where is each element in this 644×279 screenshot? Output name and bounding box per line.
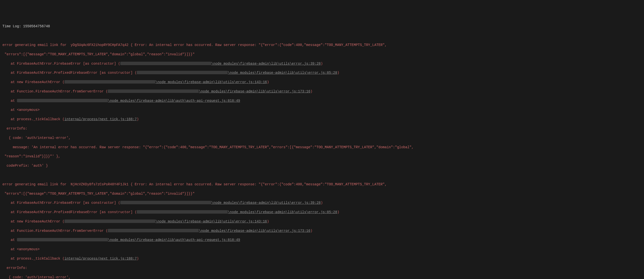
file-link[interactable]: internal/process/next_tick.js:188:7 [64, 117, 137, 121]
error-info-code: { code: 'auth/internal-error', [2, 136, 642, 140]
redacted-path-icon [17, 238, 108, 242]
stack-frame: at FirebaseAuthError.PrefixedFirebaseErr… [2, 70, 642, 75]
stack-frame: at process._tickCallback (internal/proce… [2, 256, 642, 261]
file-link[interactable]: \node_modules\firebase-admin\lib\utils\e… [156, 80, 267, 84]
file-link[interactable]: \node_modules\firebase-admin\lib\utils\e… [156, 220, 267, 224]
redacted-path-icon [137, 71, 228, 74]
error-info-code: { code: 'auth/internal-error', [2, 275, 642, 279]
stack-frame: at <anonymous> [2, 247, 642, 252]
file-link[interactable]: \node_modules\firebase-admin\lib\utils\e… [211, 62, 321, 66]
stack-frame: at new FirebaseAuthError (\node_modules\… [2, 80, 642, 84]
error-info-header: errorInfo: [2, 266, 642, 270]
redacted-path-icon [64, 80, 156, 84]
stack-frame: at FirebaseAuthError.PrefixedFirebaseErr… [2, 210, 642, 214]
stack-frame: at <anonymous> [2, 108, 642, 112]
stack-frame: at FirebaseAuthError.FirebaseError [as c… [2, 200, 642, 205]
file-link[interactable]: \node_modules\firebase-admin\lib\utils\e… [228, 210, 337, 214]
error-code-prefix: codePrefix: 'auth' } [2, 164, 642, 168]
redacted-path-icon [108, 90, 199, 93]
error-info-header: errorInfo: [2, 126, 642, 131]
redacted-path-icon [17, 99, 108, 102]
file-link[interactable]: \node_modules\firebase-admin\lib\utils\e… [199, 229, 310, 233]
redacted-path-icon [108, 229, 199, 232]
error-header-cont: "errors":[{"message":"TOO_MANY_ATTEMPTS_… [2, 192, 642, 196]
time-log-line: Time Log: 1550564756748 [2, 24, 642, 29]
file-link[interactable]: \node_modules\firebase-admin\lib\auth\au… [108, 238, 240, 242]
stack-frame: at FirebaseAuthError.FirebaseError [as c… [2, 62, 642, 66]
console-output[interactable]: Time Log: 1550564756748 error generating… [2, 20, 642, 279]
stack-frame: at \node_modules\firebase-admin\lib\auth… [2, 98, 642, 103]
error-header-cont: "errors":[{"message":"TOO_MANY_ATTEMPTS_… [2, 52, 642, 57]
file-link[interactable]: \node_modules\firebase-admin\lib\auth\au… [108, 99, 240, 103]
file-link[interactable]: \node_modules\firebase-admin\lib\utils\e… [199, 90, 310, 94]
redacted-path-icon [137, 210, 228, 214]
stack-frame: at Function.FirebaseAuthError.fromServer… [2, 228, 642, 233]
error-header: error generating email link for NjHcVZKD… [2, 182, 642, 187]
error-info-message: message: 'An internal error has occurred… [2, 145, 642, 150]
file-link[interactable]: \node_modules\firebase-admin\lib\utils\e… [228, 71, 337, 75]
error-header: error generating email link for yDgSUqAc… [2, 43, 642, 48]
redacted-path-icon [64, 220, 156, 223]
redacted-path-icon [120, 201, 211, 204]
error-info-message-cont: "reason":"invalid"}]}}"' }, [2, 154, 642, 159]
stack-frame: at new FirebaseAuthError (\node_modules\… [2, 219, 642, 224]
file-link[interactable]: \node_modules\firebase-admin\lib\utils\e… [211, 201, 321, 205]
redacted-path-icon [120, 62, 211, 65]
stack-frame: at Function.FirebaseAuthError.fromServer… [2, 89, 642, 94]
stack-frame: at process._tickCallback (internal/proce… [2, 117, 642, 122]
file-link[interactable]: internal/process/next_tick.js:188:7 [64, 257, 137, 260]
stack-frame: at \node_modules\firebase-admin\lib\auth… [2, 238, 642, 242]
